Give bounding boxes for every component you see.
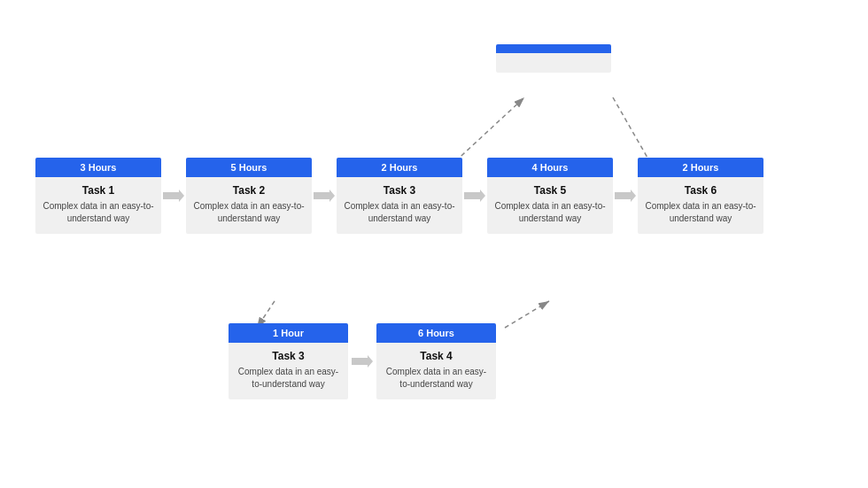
main-card-body-0: Task 1 Complex data in an easy-to-unders…: [35, 177, 161, 234]
top-card-header: [496, 44, 611, 53]
svg-marker-7: [314, 190, 335, 202]
main-card-task-3: Task 5: [494, 184, 606, 197]
main-arrow-0: [161, 189, 186, 203]
bottom-card-body-1: Task 4 Complex data in an easy-to-unders…: [376, 343, 496, 399]
main-arrow-3: [613, 189, 638, 203]
top-card: [496, 44, 611, 73]
dashed-arrows-svg: [0, 0, 868, 488]
main-card-desc-2: Complex data in an easy-to-understand wa…: [344, 200, 455, 225]
main-card-body-4: Task 6 Complex data in an easy-to-unders…: [638, 177, 763, 234]
main-arrow-2: [462, 189, 487, 203]
bottom-card-0: 1 Hour Task 3 Complex data in an easy-to…: [229, 323, 348, 399]
bottom-card-1: 6 Hours Task 4 Complex data in an easy-t…: [376, 323, 496, 399]
bottom-card-header-1: 6 Hours: [376, 323, 496, 343]
svg-line-5: [505, 301, 549, 328]
top-card-body: [496, 53, 611, 73]
main-card-body-2: Task 3 Complex data in an easy-to-unders…: [337, 177, 462, 234]
main-card-body-1: Task 2 Complex data in an easy-to-unders…: [186, 177, 312, 234]
main-arrow-1: [312, 189, 337, 203]
main-card-2: 2 Hours Task 3 Complex data in an easy-t…: [337, 158, 462, 234]
main-card-task-2: Task 3: [344, 184, 455, 197]
main-card-header-2: 2 Hours: [337, 158, 462, 177]
main-card-header-4: 2 Hours: [638, 158, 763, 177]
svg-marker-10: [352, 355, 373, 368]
bottom-card-desc-1: Complex data in an easy-to-understand wa…: [384, 366, 489, 391]
main-card-0: 3 Hours Task 1 Complex data in an easy-t…: [35, 158, 161, 234]
main-card-desc-3: Complex data in an easy-to-understand wa…: [494, 200, 606, 225]
svg-marker-8: [464, 190, 485, 202]
main-card-1: 5 Hours Task 2 Complex data in an easy-t…: [186, 158, 312, 234]
svg-marker-6: [163, 190, 184, 202]
svg-marker-9: [615, 190, 636, 202]
main-card-desc-0: Complex data in an easy-to-understand wa…: [43, 200, 154, 225]
main-card-4: 2 Hours Task 6 Complex data in an easy-t…: [638, 158, 763, 234]
main-card-body-3: Task 5 Complex data in an easy-to-unders…: [487, 177, 613, 234]
top-card-container: [496, 44, 611, 73]
main-card-header-1: 5 Hours: [186, 158, 312, 177]
main-card-task-4: Task 6: [645, 184, 756, 197]
page: 3 Hours Task 1 Complex data in an easy-t…: [0, 0, 868, 488]
main-card-task-1: Task 2: [193, 184, 305, 197]
main-card-desc-1: Complex data in an easy-to-understand wa…: [193, 200, 305, 225]
bottom-row: 1 Hour Task 3 Complex data in an easy-to…: [229, 323, 496, 399]
bottom-card-body-0: Task 3 Complex data in an easy-to-unders…: [229, 343, 348, 399]
bottom-arrow-0: [348, 354, 376, 368]
bottom-card-desc-0: Complex data in an easy-to-understand wa…: [236, 366, 341, 391]
main-card-3: 4 Hours Task 5 Complex data in an easy-t…: [487, 158, 613, 234]
bottom-card-task-0: Task 3: [236, 350, 341, 362]
main-row: 3 Hours Task 1 Complex data in an easy-t…: [35, 158, 833, 234]
main-card-header-0: 3 Hours: [35, 158, 161, 177]
main-card-header-3: 4 Hours: [487, 158, 613, 177]
main-card-task-0: Task 1: [43, 184, 154, 197]
bottom-card-header-0: 1 Hour: [229, 323, 348, 343]
main-card-desc-4: Complex data in an easy-to-understand wa…: [645, 200, 756, 225]
bottom-card-task-1: Task 4: [384, 350, 489, 362]
